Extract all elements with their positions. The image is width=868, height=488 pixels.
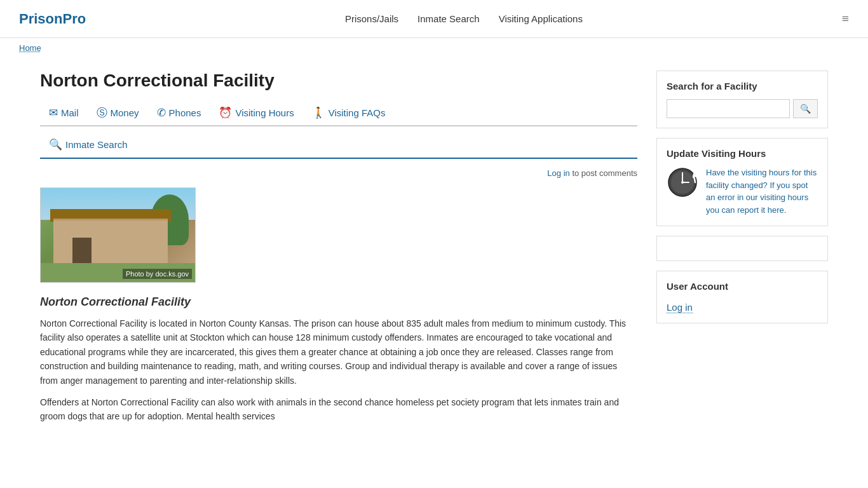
login-prompt-line: Log in to post comments — [40, 168, 637, 178]
search-widget-title: Search for a Facility — [667, 81, 818, 92]
login-link-comments[interactable]: Log in — [547, 168, 569, 178]
tab-mail-label: Mail — [61, 107, 79, 118]
tab-inmate-search-label: Inmate Search — [65, 139, 128, 150]
nav-inmate-search[interactable]: Inmate Search — [417, 13, 480, 24]
photo-credit: Photo by doc.ks.gov — [123, 269, 192, 279]
sidebar: Search for a Facility 🔍 Update Visiting … — [656, 58, 828, 431]
facility-search-button[interactable]: 🔍 — [793, 99, 818, 118]
tab-money-label: Money — [111, 107, 139, 118]
user-account-login-link[interactable]: Log in — [667, 302, 693, 313]
tab-visiting-hours-label: Visiting Hours — [235, 107, 294, 118]
main-layout: Norton Correctional Facility ✉ Mail Ⓢ Mo… — [21, 58, 847, 431]
search-row: 🔍 — [667, 99, 818, 118]
page-title: Norton Correctional Facility — [40, 71, 637, 91]
breadcrumb: Home — [0, 38, 868, 58]
user-account-widget: User Account Log in — [656, 271, 828, 323]
building-decoration — [53, 219, 168, 263]
user-account-title: User Account — [667, 281, 818, 292]
search-facility-widget: Search for a Facility 🔍 — [656, 71, 828, 128]
update-text: Have the visiting hours for this facilit… — [706, 166, 818, 216]
clock-icon: ⏰ — [219, 106, 232, 119]
tab-visiting-hours[interactable]: ⏰ Visiting Hours — [210, 100, 302, 126]
clock-refresh-icon — [667, 166, 698, 198]
update-visiting-hours-widget: Update Visiting Hours — [656, 138, 828, 226]
nav-visiting-applications[interactable]: Visiting Applications — [499, 13, 583, 24]
tab-phones[interactable]: ✆ Phones — [148, 100, 210, 126]
site-header: PrisonPro Prisons/Jails Inmate Search Vi… — [0, 0, 868, 38]
walking-person-icon: 🚶 — [312, 106, 325, 119]
tab-nav: ✉ Mail Ⓢ Money ✆ Phones ⏰ Visiting Hours… — [40, 100, 637, 126]
facility-body: Norton Correctional Facility is located … — [40, 316, 637, 424]
facility-paragraph-1: Norton Correctional Facility is located … — [40, 316, 637, 388]
update-widget-content: Update Visiting Hours — [657, 139, 827, 226]
tab-money[interactable]: Ⓢ Money — [88, 100, 148, 126]
hamburger-icon[interactable]: ≡ — [842, 11, 849, 26]
facility-search-input[interactable] — [667, 99, 790, 118]
money-icon: Ⓢ — [97, 105, 107, 120]
search-tab-icon: 🔍 — [49, 138, 62, 151]
facility-paragraph-2: Offenders at Norton Correctional Facilit… — [40, 395, 637, 424]
site-logo[interactable]: PrisonPro — [19, 11, 86, 27]
tab-inmate-search[interactable]: 🔍 Inmate Search — [40, 132, 637, 159]
user-account-content: User Account Log in — [657, 271, 827, 323]
tab-visiting-faqs[interactable]: 🚶 Visiting FAQs — [303, 100, 395, 126]
tab-phones-label: Phones — [169, 107, 201, 118]
tab-visiting-faqs-label: Visiting FAQs — [329, 107, 386, 118]
facility-image: Photo by doc.ks.gov — [40, 187, 196, 283]
update-widget-body: Have the visiting hours for this facilit… — [667, 166, 818, 216]
facility-subtitle: Norton Correctional Facility — [40, 295, 637, 309]
ad-widget — [656, 236, 828, 261]
mail-icon: ✉ — [49, 106, 58, 119]
tab-mail[interactable]: ✉ Mail — [40, 100, 88, 126]
search-widget-content: Search for a Facility 🔍 — [657, 71, 827, 128]
update-visiting-hours-link[interactable]: Have the visiting hours for this facilit… — [706, 168, 817, 215]
breadcrumb-home[interactable]: Home — [19, 43, 41, 53]
update-widget-title: Update Visiting Hours — [667, 148, 818, 159]
main-nav: Prisons/Jails Inmate Search Visiting App… — [345, 13, 583, 24]
main-content: Norton Correctional Facility ✉ Mail Ⓢ Mo… — [40, 58, 637, 431]
clock-svg — [667, 166, 698, 198]
svg-point-4 — [681, 181, 684, 184]
phone-icon: ✆ — [157, 106, 166, 119]
nav-prisons-jails[interactable]: Prisons/Jails — [345, 13, 398, 24]
